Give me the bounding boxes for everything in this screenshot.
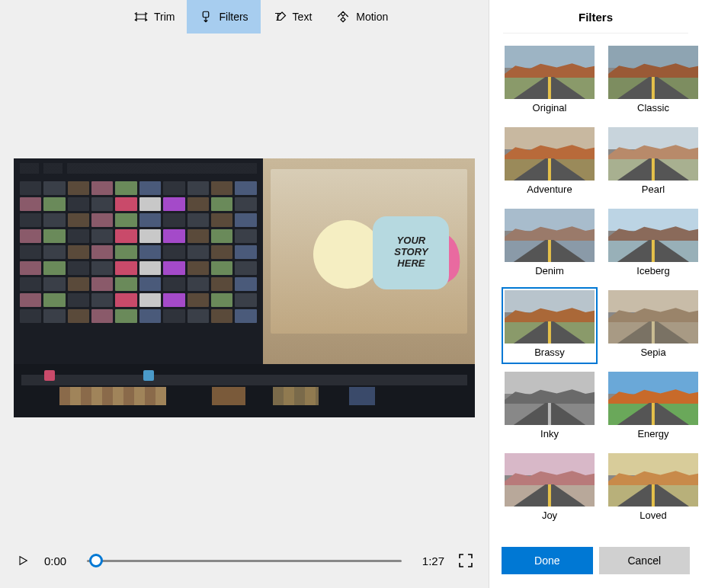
overlay-text: YOUR STORY HERE (373, 216, 449, 289)
filter-label: Joy (542, 510, 557, 524)
trim-button[interactable]: Trim (122, 0, 187, 34)
filter-item-iceberg[interactable]: Iceberg (605, 206, 701, 283)
motion-button[interactable]: Motion (324, 0, 400, 34)
motion-icon (336, 10, 350, 24)
filter-label: Iceberg (636, 265, 669, 280)
main-panel: Trim Filters Text Motion (0, 0, 489, 588)
fullscreen-icon (457, 551, 475, 570)
filters-icon (199, 10, 213, 24)
filter-label: Energy (637, 428, 668, 443)
filter-item-loved[interactable]: Loved (605, 450, 701, 527)
seek-slider[interactable] (87, 551, 402, 570)
seek-thumb[interactable] (89, 554, 103, 567)
filter-item-pearl[interactable]: Pearl (605, 124, 701, 201)
filter-thumbnail (505, 127, 595, 181)
play-button[interactable] (14, 551, 32, 570)
motion-label: Motion (356, 11, 388, 23)
player-controls: 0:00 1:27 (0, 542, 489, 588)
preview-subframe: YOUR STORY HERE (263, 158, 475, 364)
filter-item-inky[interactable]: Inky (502, 369, 598, 446)
editor-toolbar: Trim Filters Text Motion (0, 0, 489, 34)
fullscreen-button[interactable] (457, 551, 475, 570)
filter-item-adventure[interactable]: Adventure (502, 124, 598, 201)
filter-thumbnail (608, 290, 698, 344)
filter-thumbnail (608, 127, 698, 181)
preview-media-grid (14, 158, 263, 364)
trim-icon (134, 10, 148, 24)
filters-button[interactable]: Filters (187, 0, 260, 34)
preview-content: YOUR STORY HERE (14, 158, 475, 417)
cancel-button[interactable]: Cancel (599, 547, 691, 574)
filter-thumbnail (608, 453, 698, 507)
filter-item-denim[interactable]: Denim (502, 206, 598, 283)
filter-label: Inky (540, 428, 559, 443)
filter-label: Classic (637, 102, 669, 117)
filter-item-sepia[interactable]: Sepia (605, 287, 701, 364)
filter-item-classic[interactable]: Classic (605, 43, 701, 120)
done-button[interactable]: Done (502, 547, 593, 574)
filter-thumbnail (505, 46, 595, 99)
filter-thumbnail (505, 290, 595, 344)
filter-thumbnail (608, 209, 698, 262)
filters-panel-title: Filters (503, 0, 688, 34)
filter-item-energy[interactable]: Energy (605, 369, 701, 446)
filter-item-brassy[interactable]: Brassy (502, 287, 598, 364)
filter-thumbnail (608, 46, 698, 99)
filter-label: Original (533, 102, 567, 117)
filter-thumbnail (505, 209, 595, 262)
filter-label: Adventure (527, 184, 572, 198)
text-label: Text (293, 11, 313, 23)
preview-area: YOUR STORY HERE (0, 34, 489, 542)
text-icon (273, 10, 287, 24)
filters-label: Filters (219, 11, 248, 23)
filter-label: Pearl (642, 184, 665, 198)
play-icon (17, 554, 29, 567)
filters-panel: Filters OriginalClassicAdventurePearlDen… (489, 0, 702, 588)
preview-timeline (14, 364, 475, 417)
filter-thumbnail (505, 453, 595, 507)
filter-label: Sepia (640, 347, 665, 361)
filter-item-original[interactable]: Original (502, 43, 598, 120)
filter-label: Brassy (534, 347, 565, 361)
text-button[interactable]: Text (261, 0, 325, 34)
filters-grid: OriginalClassicAdventurePearlDenimIceber… (489, 34, 702, 538)
filter-thumbnail (505, 372, 595, 425)
filter-label: Denim (535, 265, 564, 280)
duration: 1:27 (414, 554, 444, 567)
current-time: 0:00 (44, 554, 75, 567)
seek-track (87, 560, 402, 562)
trim-label: Trim (154, 11, 175, 23)
video-preview[interactable]: YOUR STORY HERE (14, 158, 475, 417)
svg-rect-0 (204, 11, 210, 18)
app-root: Trim Filters Text Motion (0, 0, 702, 588)
filters-panel-footer: Done Cancel (489, 538, 702, 588)
filter-thumbnail (608, 372, 698, 425)
filter-item-joy[interactable]: Joy (502, 450, 598, 527)
filter-label: Loved (639, 510, 666, 524)
